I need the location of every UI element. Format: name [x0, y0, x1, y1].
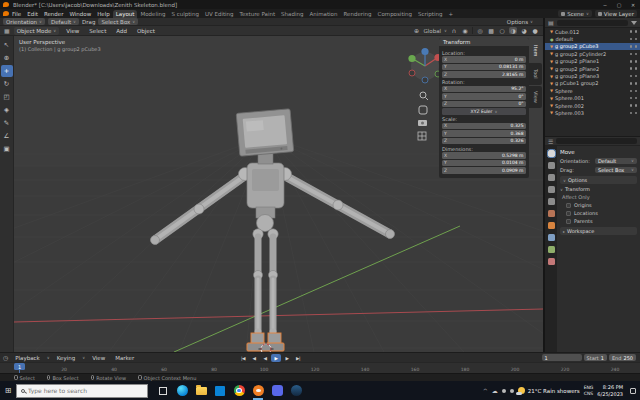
blender-taskbar-icon[interactable]	[252, 385, 264, 397]
camera-view-icon[interactable]	[418, 120, 427, 126]
tray-expand-icon[interactable]: ^	[483, 387, 488, 394]
view-layer-selector[interactable]: View Layer	[595, 10, 637, 17]
discord-icon[interactable]	[271, 385, 283, 397]
workspace-tab-animation[interactable]: Animation	[306, 10, 340, 18]
language-indicator[interactable]: ENG CNS	[584, 385, 594, 396]
orientation-dropdown[interactable]: Orientation ∨	[3, 18, 45, 25]
mode-dropdown[interactable]: Object Mode ∨	[14, 27, 60, 35]
transform-panel-header[interactable]: Transform	[439, 38, 529, 46]
dimensions-x-field[interactable]: X0.5298 m	[442, 152, 526, 159]
minimize-button[interactable]: ─	[598, 0, 612, 9]
visibility-toggles[interactable]	[630, 38, 640, 41]
outliner-item[interactable]: ▼Cube.012	[545, 28, 640, 35]
frame-end-field[interactable]: End250	[609, 354, 636, 361]
store-icon[interactable]	[214, 385, 226, 397]
properties-tab-render[interactable]	[548, 162, 555, 169]
edge-icon[interactable]	[176, 385, 188, 397]
outliner-item[interactable]: ▼Sphere.001	[545, 95, 640, 102]
shading-material-button[interactable]: ◕	[520, 27, 528, 34]
timeline-menu-marker[interactable]: Marker	[112, 355, 137, 361]
network-icon[interactable]	[510, 389, 514, 393]
outliner-item[interactable]: ▼Sphere.002	[545, 102, 640, 109]
xray-toggle[interactable]: ▩	[487, 27, 495, 34]
drag-dropdown[interactable]: Select Box∨	[595, 167, 637, 174]
properties-tab-world[interactable]	[548, 210, 555, 217]
add-cube-tool[interactable]: ▣	[1, 143, 13, 155]
outliner-item[interactable]: ▼g pCube1 group2	[545, 80, 640, 87]
file-explorer-icon[interactable]	[195, 385, 207, 397]
workspace-tab-sculpting[interactable]: S culpting	[168, 10, 201, 18]
properties-tab-modifiers[interactable]	[548, 234, 555, 241]
sidebar-tab-view[interactable]: View	[529, 86, 542, 108]
visibility-toggles[interactable]	[630, 104, 640, 107]
timeline-menu-keying[interactable]: Keying	[54, 355, 78, 361]
properties-tab-scene[interactable]	[548, 198, 555, 205]
outliner-item[interactable]: ▼g group2 pPlane1	[545, 58, 640, 65]
rotation-z-field[interactable]: Z0°	[442, 101, 526, 108]
transform-subsection-header[interactable]: ∨ Transform	[560, 186, 637, 192]
play-reverse-button[interactable]: ◀	[260, 354, 270, 362]
select-box-tool[interactable]: ↖	[1, 39, 13, 51]
location-x-field[interactable]: X0 m	[442, 56, 526, 63]
properties-tab-tool[interactable]	[548, 150, 555, 157]
timeline-playhead[interactable]: 1	[14, 363, 25, 370]
checkbox-locations[interactable]	[566, 211, 571, 216]
viewport-menu-view[interactable]: View	[63, 28, 82, 34]
show-overlays-toggle[interactable]: ◎	[476, 27, 484, 34]
scale-y-field[interactable]: Y0.368	[442, 130, 526, 137]
menu-render[interactable]: Render	[41, 11, 67, 17]
sidebar-tab-tool[interactable]: Tool	[529, 63, 542, 85]
scale-tool[interactable]: ◰	[1, 91, 13, 103]
robot-head[interactable]	[236, 109, 294, 157]
timeline-ruler[interactable]: 20 40 60 80 100 120 140 160 180 200 220 …	[0, 362, 640, 373]
next-keyframe-button[interactable]: ▶	[282, 354, 292, 362]
visibility-toggles[interactable]	[630, 90, 640, 93]
visibility-toggles[interactable]	[630, 82, 640, 85]
rotation-y-field[interactable]: Y0°	[442, 93, 526, 100]
scale-x-field[interactable]: X0.325	[442, 123, 526, 130]
transform-orientation-dropdown[interactable]: Global	[424, 28, 442, 34]
properties-tab-object-data[interactable]	[548, 246, 555, 253]
visibility-toggles[interactable]	[630, 75, 640, 78]
measure-tool[interactable]: ∠	[1, 130, 13, 142]
outliner-item[interactable]: ▼g group2 pPlane3	[545, 72, 640, 79]
steam-icon[interactable]	[290, 385, 302, 397]
prev-keyframe-button[interactable]: ◀	[249, 354, 259, 362]
properties-tab-material[interactable]	[548, 258, 555, 265]
action-center-icon[interactable]	[630, 388, 636, 394]
workspace-tab-modeling[interactable]: Modeling	[137, 10, 168, 18]
outliner-search-input[interactable]	[557, 20, 628, 26]
drag-dropdown[interactable]: Select Box ∨	[98, 18, 138, 25]
proportional-editing-icon[interactable]: ◉	[461, 27, 469, 34]
dimensions-y-field[interactable]: Y0.0104 m	[442, 160, 526, 167]
timeline-menu-view[interactable]: View	[89, 355, 108, 361]
snap-magnet-icon[interactable]: ∩	[450, 27, 458, 34]
outliner-item-selected[interactable]: ▼g group2 pCube3	[545, 43, 640, 50]
visibility-toggles[interactable]	[630, 60, 640, 63]
viewport-menu-select[interactable]: Select	[86, 28, 109, 34]
visibility-toggles[interactable]	[630, 97, 640, 100]
properties-editor-icon[interactable]: ☰	[548, 138, 553, 145]
weather-widget[interactable]: 21°C Rain showers	[518, 387, 580, 394]
orientation-value-dropdown[interactable]: Default ∨	[48, 18, 79, 25]
outliner-editor-icon[interactable]: ▤	[548, 19, 554, 26]
timeline-editor-icon[interactable]: ◷	[3, 354, 8, 361]
rotation-mode-dropdown[interactable]: XYZ Euler∨	[442, 108, 526, 115]
visibility-toggles[interactable]	[630, 112, 640, 115]
viewport-menu-add[interactable]: Add	[113, 28, 130, 34]
transform-tool[interactable]: ◈	[1, 104, 13, 116]
search-input[interactable]	[28, 387, 138, 394]
visibility-toggles[interactable]	[630, 53, 640, 56]
sidebar-tab-item[interactable]: Item	[529, 40, 542, 62]
volume-icon[interactable]	[502, 389, 506, 393]
properties-tab-object[interactable]	[548, 222, 555, 229]
outliner-item[interactable]: ▼g group2 pCylinder2	[545, 50, 640, 57]
shading-wireframe-button[interactable]: ○	[498, 27, 506, 34]
checkbox-parents[interactable]	[566, 219, 571, 224]
visibility-toggles[interactable]	[630, 30, 640, 33]
workspace-tab-compositing[interactable]: Compositing	[375, 10, 415, 18]
filter-icon[interactable]	[631, 21, 637, 25]
workspace-section-header[interactable]: ▸ Workspace	[560, 227, 637, 235]
menu-file[interactable]: File	[9, 11, 24, 17]
frame-start-field[interactable]: Start1	[584, 354, 607, 361]
